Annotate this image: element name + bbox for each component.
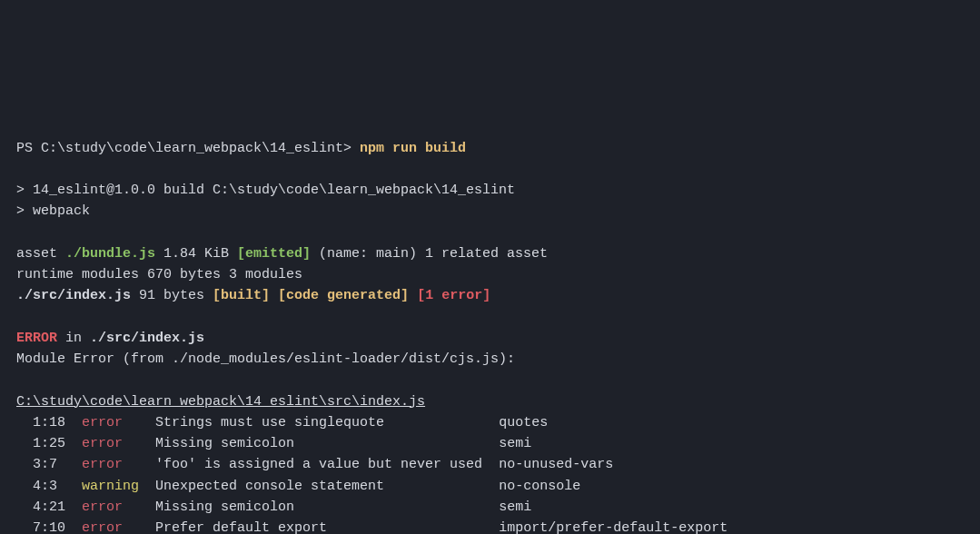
source-file: ./src/index.js: [16, 288, 131, 303]
lint-severity: warning: [82, 479, 147, 494]
lint-severity: error: [82, 436, 147, 451]
lint-rule: no-unused-vars: [499, 457, 613, 472]
lint-message: Strings must use singlequote: [155, 415, 482, 430]
prompt-command: npm run build: [360, 141, 466, 156]
lint-file-path: C:\study\code\learn_webpack\14_eslint\sr…: [16, 394, 425, 410]
lint-message: Unexpected console statement: [155, 479, 482, 494]
lint-message: Missing semicolon: [155, 436, 482, 451]
asset-suffix: (name: main) 1 related asset: [311, 246, 548, 262]
lint-loc: 7:10: [16, 520, 65, 534]
runtime-line: runtime modules 670 bytes 3 modules: [16, 267, 302, 282]
npm-header-1: > 14_eslint@1.0.0 build C:\study\code\le…: [16, 183, 515, 198]
lint-severity: error: [82, 499, 147, 515]
error-file: ./src/index.js: [90, 331, 204, 346]
lint-rule: semi: [499, 436, 531, 451]
lint-message: Missing semicolon: [155, 499, 482, 515]
asset-size: 1.84 KiB: [155, 246, 237, 262]
lint-severity: error: [82, 415, 147, 430]
lint-loc: 1:18: [16, 415, 65, 430]
asset-label: asset: [16, 246, 65, 262]
error-in: in: [57, 331, 90, 346]
npm-header-2: > webpack: [16, 203, 90, 219]
lint-rule: quotes: [499, 415, 548, 430]
source-errcount: [1 error]: [417, 288, 490, 303]
lint-loc: 3:7: [16, 457, 65, 472]
lint-severity: error: [82, 457, 147, 472]
lint-loc: 4:21: [16, 499, 65, 515]
error-word: ERROR: [16, 331, 57, 346]
lint-rule: no-console: [499, 479, 580, 494]
module-error-line: Module Error (from ./node_modules/eslint…: [16, 351, 515, 367]
lint-message: Prefer default export: [155, 520, 482, 534]
terminal-output: PS C:\study\code\learn_webpack\14_eslint…: [0, 105, 980, 534]
lint-rule: semi: [499, 499, 531, 515]
source-codegen: [code generated]: [278, 288, 409, 303]
lint-message: 'foo' is assigned a value but never used: [155, 457, 482, 472]
asset-file: ./bundle.js: [65, 246, 155, 262]
lint-rows: 1:18 error Strings must use singlequote …: [16, 415, 728, 534]
prompt-cwd: PS C:\study\code\learn_webpack\14_eslint…: [16, 141, 351, 156]
lint-loc: 4:3: [16, 479, 65, 494]
lint-rule: import/prefer-default-export: [499, 520, 728, 534]
asset-emitted: [emitted]: [237, 246, 311, 262]
lint-severity: error: [82, 520, 147, 534]
source-size: 91 bytes: [131, 288, 213, 303]
lint-loc: 1:25: [16, 436, 65, 451]
source-built: [built]: [213, 288, 270, 303]
